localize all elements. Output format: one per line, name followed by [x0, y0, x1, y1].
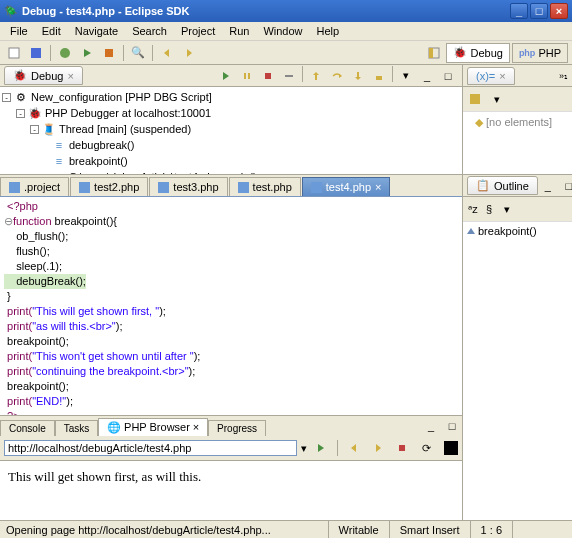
tree-frame-row[interactable]: ≡debugbreak() [2, 137, 460, 153]
chevron-icon[interactable]: »₁ [559, 71, 568, 81]
editor-tab-test2[interactable]: test2.php [70, 177, 148, 196]
svg-rect-10 [244, 73, 246, 79]
editor-tab-test4[interactable]: test4.php× [302, 177, 391, 196]
outline-tab[interactable]: 📋Outline [467, 176, 538, 195]
browser-refresh-button[interactable]: ⟳ [416, 438, 436, 458]
debug-button[interactable] [55, 43, 75, 63]
console-tab[interactable]: Console [0, 420, 55, 436]
menu-window[interactable]: Window [257, 23, 308, 39]
browser-fwd-button[interactable] [368, 438, 388, 458]
new-button[interactable] [4, 43, 24, 63]
open-perspective-button[interactable] [424, 43, 444, 63]
close-tab-icon[interactable]: × [375, 181, 381, 193]
svg-marker-14 [313, 72, 319, 80]
svg-rect-1 [31, 48, 41, 58]
tree-config-row[interactable]: -⚙New_configuration [PHP DBG Script] [2, 89, 460, 105]
go-button[interactable] [311, 438, 331, 458]
main-toolbar: 🔍 🐞Debug phpPHP [0, 41, 572, 65]
maximize-view-button[interactable]: □ [438, 66, 458, 86]
menu-project[interactable]: Project [175, 23, 221, 39]
editor-tabs: .project test2.php test3.php test.php te… [0, 175, 462, 197]
step-return-button[interactable] [348, 66, 368, 86]
svg-marker-16 [355, 72, 361, 80]
step-into-button[interactable] [306, 66, 326, 86]
code-editor[interactable]: <?php ⊖function function breakpoint(){br… [0, 197, 462, 415]
show-types-button[interactable] [465, 89, 485, 109]
filter-button[interactable]: § [482, 199, 496, 219]
frame-icon: ≡ [52, 138, 66, 152]
outline-menu-button[interactable]: ▾ [497, 199, 517, 219]
php-browser-tab[interactable]: 🌐 PHP Browser × [98, 418, 208, 436]
menu-navigate[interactable]: Navigate [69, 23, 124, 39]
drop-frame-button[interactable] [369, 66, 389, 86]
sort-button[interactable]: ᵃz [465, 199, 481, 219]
tree-frame-row[interactable]: ≡C:\www\debugArticle\test4.php::main() [2, 169, 460, 174]
throbber-icon [444, 441, 458, 455]
url-dropdown-icon[interactable]: ▾ [301, 442, 307, 455]
browser-back-button[interactable] [344, 438, 364, 458]
minimize-view-button[interactable]: _ [421, 416, 441, 436]
terminate-button[interactable] [258, 66, 278, 86]
outline-body[interactable]: breakpoint() [463, 222, 572, 520]
tasks-tab[interactable]: Tasks [55, 420, 99, 436]
minimize-view-button[interactable]: _ [417, 66, 437, 86]
collapse-icon[interactable]: - [30, 125, 39, 134]
status-position: 1 : 6 [470, 521, 512, 538]
minimize-button[interactable]: _ [510, 3, 528, 19]
run-button[interactable] [77, 43, 97, 63]
step-over-button[interactable] [327, 66, 347, 86]
editor-tab-test[interactable]: test.php [229, 177, 301, 196]
svg-marker-6 [187, 49, 192, 57]
svg-rect-17 [376, 76, 382, 80]
resume-button[interactable] [216, 66, 236, 86]
menu-run[interactable]: Run [223, 23, 255, 39]
maximize-button[interactable]: □ [530, 3, 548, 19]
menu-edit[interactable]: Edit [36, 23, 67, 39]
vars-icon: (x)= [476, 70, 495, 82]
debug-view-tab[interactable]: 🐞 Debug × [4, 66, 83, 85]
status-writable: Writable [328, 521, 389, 538]
svg-point-2 [60, 48, 70, 58]
debug-tree[interactable]: -⚙New_configuration [PHP DBG Script] -🐞P… [0, 87, 462, 174]
bottom-views: Console Tasks 🌐 PHP Browser × Progress _… [0, 415, 462, 520]
close-view-icon[interactable]: × [499, 70, 505, 82]
php-file-icon [238, 182, 249, 193]
url-input[interactable] [4, 440, 297, 456]
browser-content: This will get shown first, as will this. [0, 461, 462, 520]
maximize-view-button[interactable]: □ [559, 176, 572, 196]
editor-tab-project[interactable]: .project [0, 177, 69, 196]
save-button[interactable] [26, 43, 46, 63]
disconnect-button[interactable] [279, 66, 299, 86]
perspective-debug[interactable]: 🐞Debug [446, 43, 509, 63]
close-view-icon[interactable]: × [67, 70, 73, 82]
php-icon: php [519, 48, 536, 58]
nav-fwd-button[interactable] [179, 43, 199, 63]
collapse-button[interactable]: ▾ [487, 89, 507, 109]
variables-body[interactable]: ◆ [no elements] [463, 112, 572, 174]
menu-file[interactable]: File [4, 23, 34, 39]
outline-item[interactable]: breakpoint() [465, 224, 570, 238]
ext-tools-button[interactable] [99, 43, 119, 63]
tree-frame-row[interactable]: ≡breakpoint() [2, 153, 460, 169]
search-button[interactable]: 🔍 [128, 43, 148, 63]
menu-help[interactable]: Help [311, 23, 346, 39]
collapse-icon[interactable]: - [16, 109, 25, 118]
variables-tab[interactable]: (x)=× [467, 67, 515, 85]
perspective-php[interactable]: phpPHP [512, 43, 568, 63]
editor-tab-test3[interactable]: test3.php [149, 177, 227, 196]
menu-bar: File Edit Navigate Search Project Run Wi… [0, 22, 572, 41]
progress-tab[interactable]: Progress [208, 420, 266, 436]
collapse-icon[interactable]: - [2, 93, 11, 102]
nav-back-button[interactable] [157, 43, 177, 63]
maximize-view-button[interactable]: □ [442, 416, 462, 436]
close-button[interactable]: × [550, 3, 568, 19]
tree-thread-row[interactable]: -🧵Thread [main] (suspended) [2, 121, 460, 137]
close-tab-icon[interactable]: × [193, 421, 199, 433]
minimize-view-button[interactable]: _ [538, 176, 558, 196]
tree-debugger-row[interactable]: -🐞PHP Debugger at localhost:10001 [2, 105, 460, 121]
php-file-icon [311, 182, 322, 193]
suspend-button[interactable] [237, 66, 257, 86]
view-menu-button[interactable]: ▾ [396, 66, 416, 86]
menu-search[interactable]: Search [126, 23, 173, 39]
browser-stop-button[interactable] [392, 438, 412, 458]
